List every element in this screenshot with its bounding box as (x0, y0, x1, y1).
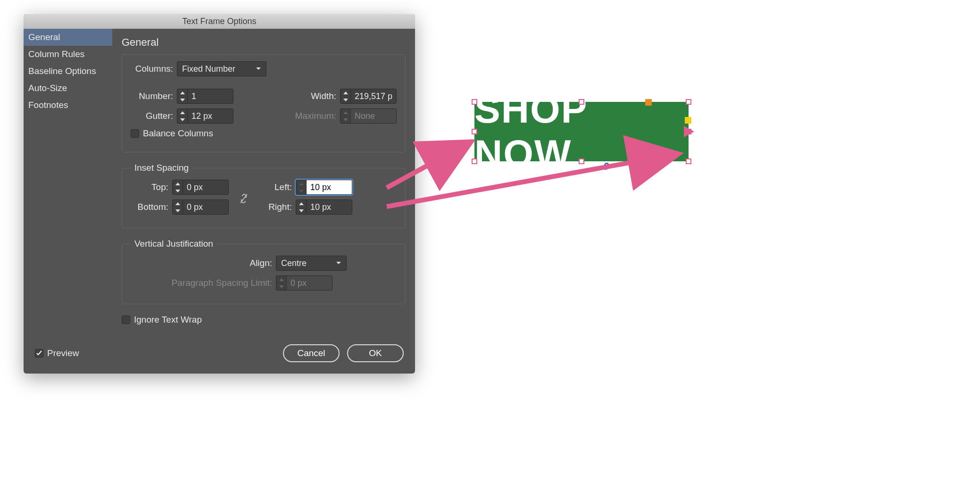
width-input[interactable] (351, 89, 396, 103)
inset-legend: Inset Spacing (131, 163, 192, 173)
overset-arrow-icon (684, 126, 694, 137)
inset-right-stepper[interactable] (296, 200, 352, 215)
stepper-buttons[interactable] (177, 89, 188, 103)
balance-columns-label: Balance Columns (143, 128, 213, 139)
ignore-text-wrap-checkbox[interactable]: Ignore Text Wrap (122, 315, 202, 325)
chevron-up-icon[interactable] (173, 200, 183, 207)
inset-bottom-input[interactable] (183, 200, 228, 214)
dialog-title: Text Frame Options (24, 14, 415, 29)
chevron-down-icon[interactable] (173, 187, 183, 194)
dialog-sidebar: General Column Rules Baseline Options Au… (24, 29, 112, 336)
chevron-up-icon[interactable] (177, 109, 187, 116)
text-frame-options-dialog: Text Frame Options General Column Rules … (24, 14, 415, 374)
maximum-input (351, 109, 396, 123)
link-unlinked-icon[interactable] (239, 193, 249, 207)
columns-mode-select[interactable]: Fixed Number (177, 61, 266, 76)
chevron-up-icon (341, 109, 350, 116)
chevron-down-icon (276, 283, 286, 290)
chevron-up-icon[interactable] (341, 89, 350, 96)
stepper-buttons[interactable] (173, 180, 183, 194)
chevron-down-icon (341, 116, 350, 123)
psl-label: Paragraph Spacing Limit: (131, 278, 272, 288)
text-frame[interactable]: SHOP NOW 0 (472, 99, 691, 164)
inset-top-input[interactable] (183, 180, 228, 194)
top-label: Top: (131, 182, 168, 192)
preview-checkbox[interactable]: Preview (35, 348, 79, 358)
vjust-legend: Vertical Justification (131, 239, 217, 249)
selection-handle[interactable] (579, 99, 584, 105)
selection-handle[interactable] (472, 158, 477, 164)
check-icon (36, 350, 42, 356)
inset-top-stepper[interactable] (172, 180, 229, 195)
selection-handle[interactable] (686, 99, 691, 105)
canvas-preview: SHOP NOW 0 (472, 99, 698, 164)
selection-handle[interactable] (472, 99, 477, 105)
chevron-down-icon[interactable] (341, 96, 350, 103)
sidebar-item-general[interactable]: General (24, 29, 112, 46)
selection-handle[interactable] (686, 158, 691, 164)
chevron-down-icon[interactable] (173, 207, 183, 214)
chevron-up-icon[interactable] (173, 180, 183, 187)
width-stepper[interactable] (340, 89, 397, 104)
stepper-buttons[interactable] (177, 109, 188, 123)
stepper-buttons[interactable] (296, 180, 307, 194)
text-frame-content: SHOP NOW (474, 102, 689, 161)
chevron-down-icon[interactable] (296, 187, 306, 194)
inset-right-input[interactable] (307, 200, 352, 214)
selection-handle[interactable] (579, 158, 584, 164)
sidebar-item-column-rules[interactable]: Column Rules (24, 46, 112, 63)
stepper-buttons[interactable] (341, 89, 351, 103)
checkbox-box[interactable] (131, 129, 139, 138)
number-input[interactable] (188, 89, 233, 103)
sidebar-item-footnotes[interactable]: Footnotes (24, 97, 112, 114)
maximum-stepper (340, 108, 397, 124)
selection-handle[interactable] (472, 129, 477, 134)
inset-left-stepper[interactable] (296, 180, 352, 195)
right-label: Right: (259, 202, 292, 212)
maximum-label: Maximum: (295, 111, 336, 121)
chevron-down-icon (336, 260, 341, 266)
stepper-buttons[interactable] (296, 200, 307, 214)
inset-left-input[interactable] (307, 180, 352, 194)
chevron-up-icon[interactable] (177, 89, 187, 96)
bottom-label: Bottom: (131, 202, 168, 212)
inset-bottom-stepper[interactable] (172, 200, 229, 215)
cancel-button[interactable]: Cancel (283, 344, 340, 362)
preview-label: Preview (47, 348, 79, 358)
chevron-down-icon[interactable] (177, 116, 187, 123)
psl-stepper (276, 275, 332, 291)
stepper-buttons (341, 109, 351, 123)
reference-point-icon[interactable] (645, 99, 652, 106)
columns-label: Columns: (131, 64, 173, 74)
columns-group: Columns: Fixed Number Number: (122, 54, 406, 152)
stepper-buttons[interactable] (173, 200, 183, 214)
svg-line-0 (241, 194, 247, 203)
chevron-up-icon[interactable] (296, 200, 306, 207)
chevron-up-icon (276, 276, 286, 283)
align-select[interactable]: Centre (276, 256, 347, 271)
number-label: Number: (131, 91, 173, 101)
checkbox-box[interactable] (122, 316, 130, 324)
chevron-up-icon[interactable] (296, 180, 306, 187)
ok-button[interactable]: OK (347, 344, 404, 362)
chevron-down-icon[interactable] (177, 96, 187, 103)
reference-point-icon[interactable] (685, 117, 691, 124)
vertical-justification-group: Vertical Justification Align: Centre Par… (122, 239, 406, 304)
gutter-input[interactable] (188, 109, 233, 123)
ignore-text-wrap-label: Ignore Text Wrap (134, 315, 202, 325)
gutter-stepper[interactable] (177, 108, 233, 124)
columns-mode-value: Fixed Number (182, 64, 235, 74)
inset-spacing-group: Inset Spacing Top: (122, 163, 406, 228)
sidebar-item-auto-size[interactable]: Auto-Size (24, 80, 112, 97)
left-label: Left: (259, 182, 292, 192)
chevron-down-icon[interactable] (296, 207, 306, 214)
section-heading: General (122, 34, 406, 54)
checkbox-box[interactable] (35, 349, 43, 358)
dialog-main: General Columns: Fixed Number Number: (112, 29, 415, 336)
number-stepper[interactable] (177, 89, 233, 104)
sidebar-item-baseline-options[interactable]: Baseline Options (24, 63, 112, 80)
dialog-footer: Preview Cancel OK (24, 336, 415, 374)
align-label: Align: (131, 258, 272, 268)
width-label: Width: (311, 91, 336, 101)
balance-columns-checkbox[interactable]: Balance Columns (131, 128, 213, 139)
